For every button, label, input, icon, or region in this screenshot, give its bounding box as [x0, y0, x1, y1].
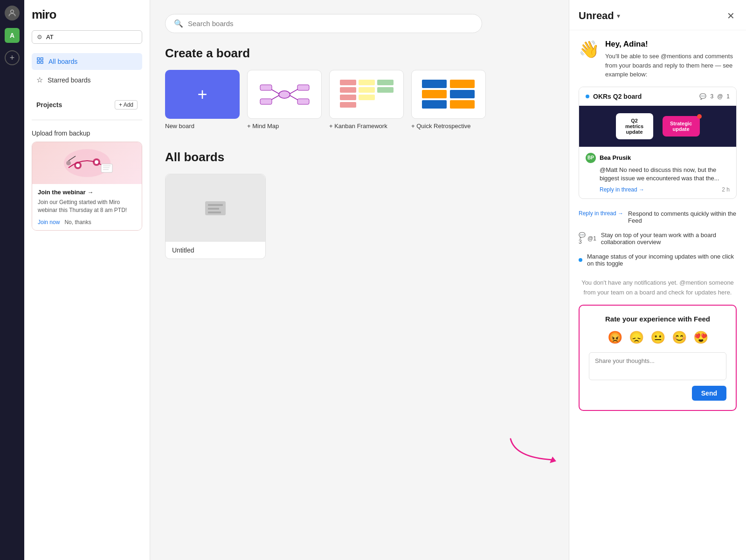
- panel-body: 👋 Hey, Adina! You'll be able to see @men…: [569, 30, 746, 560]
- rate-title: Rate your experience with Feed: [589, 315, 726, 323]
- workspace-label: AT: [46, 34, 54, 41]
- nav-user-avatar[interactable]: A: [5, 28, 20, 43]
- app-logo: miro: [32, 7, 142, 22]
- webinar-description: Join our Getting started with Miro webin…: [38, 198, 136, 214]
- webinar-body: Join the webinar → Join our Getting star…: [32, 184, 142, 230]
- mind-map-label: + Mind Map: [247, 123, 322, 130]
- send-button[interactable]: Send: [692, 386, 726, 401]
- svg-rect-24: [260, 99, 272, 104]
- reply-in-thread-link[interactable]: Reply in thread →: [600, 186, 644, 193]
- webinar-title: Join the webinar →: [38, 189, 136, 196]
- comment-icon-2: 💬3: [579, 232, 586, 245]
- webinar-card: Join the webinar → Join our Getting star…: [32, 142, 142, 231]
- board-notif-header: OKRs Q2 board 💬 3 @ 1: [579, 87, 736, 106]
- svg-rect-39: [450, 100, 475, 109]
- sidebar-item-all-boards[interactable]: All boards: [32, 53, 142, 70]
- star-icon: ☆: [36, 75, 43, 84]
- new-board-label: New board: [165, 123, 240, 130]
- svg-point-8: [76, 164, 80, 167]
- plus-icon: +: [197, 85, 207, 104]
- svg-rect-38: [450, 90, 475, 98]
- svg-rect-25: [340, 80, 356, 85]
- feature-text-0: Respond to comments quickly within the F…: [628, 210, 737, 224]
- feature-text-2: Manage status of your incoming updates w…: [587, 253, 737, 267]
- feature-item-meta: 💬3 @1 Stay on top of your team work with…: [579, 228, 737, 249]
- emoji-happy[interactable]: 😊: [672, 330, 687, 345]
- kanban-label: + Kanban Framework: [329, 123, 404, 130]
- card-dot: [697, 114, 702, 119]
- board-name: OKRs Q2 board: [593, 93, 642, 100]
- emoji-sad[interactable]: 😞: [629, 330, 644, 345]
- feature-item-dot: Manage status of your incoming updates w…: [579, 249, 737, 271]
- kanban-card[interactable]: + Kanban Framework: [329, 70, 404, 130]
- sidebar-item-starred-boards[interactable]: ☆ Starred boards: [32, 72, 142, 88]
- reply-link-btn[interactable]: Reply in thread →: [579, 210, 623, 217]
- notif-meta: 💬 3 @ 1: [699, 93, 730, 100]
- gear-icon: ⚙: [37, 34, 42, 41]
- nav-add-button[interactable]: +: [5, 50, 20, 65]
- nav-avatar[interactable]: [5, 6, 20, 20]
- panel-dropdown-icon[interactable]: ▾: [617, 12, 620, 20]
- blue-dot-icon: [579, 258, 582, 262]
- add-project-button[interactable]: + Add: [115, 100, 138, 109]
- greeting-section: 👋 Hey, Adina! You'll be able to see @men…: [579, 40, 737, 79]
- svg-rect-1: [37, 58, 40, 60]
- svg-point-9: [95, 160, 98, 164]
- projects-label: Projects: [36, 101, 62, 109]
- svg-point-0: [11, 10, 14, 13]
- svg-rect-37: [450, 80, 475, 88]
- svg-rect-10: [101, 164, 112, 172]
- retro-card[interactable]: + Quick Retrospective: [411, 70, 486, 130]
- mention-count: 1: [726, 93, 730, 100]
- comment-time: 2 h: [722, 186, 730, 193]
- emoji-love[interactable]: 😍: [693, 330, 708, 345]
- search-input[interactable]: [188, 20, 473, 27]
- svg-rect-36: [422, 100, 447, 109]
- rate-experience-section: Rate your experience with Feed 😡 😞 😐 😊 😍…: [579, 305, 737, 411]
- sidebar-item-label: Starred boards: [48, 76, 91, 84]
- svg-rect-29: [359, 80, 375, 85]
- projects-row: Projects + Add: [32, 97, 142, 112]
- search-bar: 🔍: [165, 14, 482, 33]
- author-avatar: BP: [586, 153, 596, 163]
- greeting-text: Hey, Adina! You'll be able to see @menti…: [605, 40, 737, 79]
- emoji-neutral[interactable]: 😐: [650, 330, 665, 345]
- nav-section: All boards ☆ Starred boards: [32, 53, 142, 88]
- emoji-angry[interactable]: 😡: [608, 330, 622, 345]
- comment-section: BP Bea Prusik @Matt No need to discuss t…: [579, 147, 736, 198]
- workspace-button[interactable]: ⚙ AT: [32, 30, 142, 44]
- create-board-title: Create a board: [165, 46, 554, 61]
- sidebar: miro ⚙ AT All boards ☆ Starred boards Pr…: [24, 0, 150, 560]
- new-board-thumb: +: [165, 70, 240, 119]
- emoji-rating-row: 😡 😞 😐 😊 😍: [589, 330, 726, 345]
- mention-icon: @: [717, 93, 723, 100]
- boards-icon: [36, 57, 44, 66]
- send-row: Send: [589, 386, 726, 401]
- svg-rect-30: [359, 87, 375, 93]
- wave-emoji: 👋: [579, 40, 600, 59]
- untitled-board-thumb: [166, 174, 265, 242]
- notification-indicator: [586, 95, 589, 98]
- boards-grid: Untitled: [165, 174, 554, 259]
- svg-rect-23: [260, 85, 272, 90]
- untitled-board-label: Untitled: [166, 242, 265, 259]
- panel-title-row: Unread ▾: [579, 10, 620, 22]
- no-thanks-link[interactable]: No, thanks: [64, 219, 91, 225]
- panel-header: Unread ▾ ✕: [569, 0, 746, 30]
- new-board-card[interactable]: + New board: [165, 70, 240, 130]
- join-now-link[interactable]: Join now: [38, 219, 60, 225]
- right-panel: Unread ▾ ✕ 👋 Hey, Adina! You'll be able …: [569, 0, 746, 560]
- comment-author-row: BP Bea Prusik: [586, 153, 730, 163]
- upload-section: Upload from backup: [32, 130, 142, 231]
- mind-map-card[interactable]: + Mind Map: [247, 70, 322, 130]
- svg-rect-28: [340, 102, 356, 108]
- svg-rect-34: [422, 80, 447, 88]
- svg-rect-41: [208, 204, 223, 206]
- panel-title: Unread: [579, 10, 614, 22]
- panel-close-button[interactable]: ✕: [725, 8, 737, 23]
- untitled-board-card[interactable]: Untitled: [165, 174, 266, 259]
- feedback-input[interactable]: [589, 352, 726, 380]
- comment-icon: 💬: [699, 93, 706, 100]
- greeting-description: You'll be able to see @mentions and comm…: [605, 52, 737, 79]
- retro-thumb: [411, 70, 486, 119]
